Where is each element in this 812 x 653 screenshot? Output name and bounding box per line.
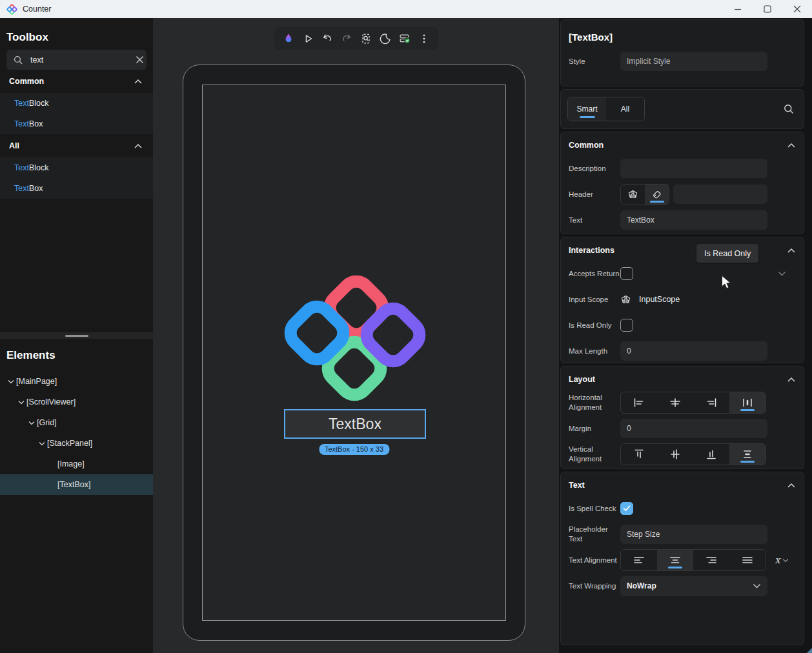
chevron-down-icon[interactable] bbox=[36, 441, 47, 446]
hot-reload-flame-icon[interactable] bbox=[279, 30, 298, 48]
canvas-textbox-element[interactable]: TextBox bbox=[284, 409, 426, 439]
valign-top-icon[interactable] bbox=[621, 444, 657, 465]
active-toggle-indicator bbox=[740, 409, 755, 411]
tree-item-scrollviewer[interactable]: [ScrollViewer] bbox=[0, 392, 153, 412]
halign-left-icon[interactable] bbox=[621, 392, 657, 413]
halign-center-icon[interactable] bbox=[657, 392, 693, 413]
valign-center-icon[interactable] bbox=[657, 444, 693, 465]
resize-grip[interactable] bbox=[807, 648, 812, 653]
toolbox-search[interactable] bbox=[6, 50, 147, 70]
splitter-handle[interactable] bbox=[65, 335, 88, 337]
clear-x-icon: x bbox=[775, 554, 780, 566]
tag-icon bbox=[651, 189, 662, 200]
design-canvas[interactable]: TextBox TextBox - 150 x 33 bbox=[153, 18, 559, 653]
tree-item-image[interactable]: [Image] bbox=[0, 454, 153, 474]
description-input[interactable] bbox=[620, 159, 767, 178]
header-input[interactable] bbox=[673, 185, 767, 204]
search-icon bbox=[13, 55, 23, 65]
toolbox-item-textblock[interactable]: TextBlock bbox=[0, 157, 153, 178]
chevron-up-icon[interactable] bbox=[134, 79, 143, 85]
style-label: Style bbox=[569, 57, 620, 66]
mouse-cursor bbox=[721, 275, 735, 290]
left-sidebar: Toolbox Common TextBlock TextBox bbox=[0, 18, 153, 653]
binding-nodes-icon[interactable] bbox=[620, 294, 631, 305]
max-length-input[interactable] bbox=[620, 341, 767, 361]
uno-logo-image[interactable] bbox=[280, 259, 429, 408]
tree-item-textbox[interactable]: [TextBox] bbox=[0, 474, 153, 495]
undo-icon[interactable] bbox=[318, 30, 336, 48]
tree-item-mainpage[interactable]: [MainPage] bbox=[0, 371, 153, 392]
minimize-button[interactable] bbox=[723, 0, 753, 18]
maximize-button[interactable] bbox=[753, 0, 782, 18]
tree-item-stackpanel[interactable]: [StackPanel] bbox=[0, 433, 153, 454]
header-binding-toggle[interactable] bbox=[621, 185, 645, 205]
dark-theme-moon-icon[interactable] bbox=[376, 30, 394, 48]
chevron-down-icon[interactable] bbox=[26, 421, 37, 425]
common-section-title: Common bbox=[569, 141, 604, 150]
is-spell-check-checkbox[interactable] bbox=[620, 502, 633, 515]
changes-applied-icon[interactable] bbox=[396, 30, 414, 48]
text-align-justify-icon[interactable] bbox=[729, 550, 766, 570]
toolbox-section-all[interactable]: All bbox=[0, 134, 153, 157]
text-align-center-icon[interactable] bbox=[657, 550, 693, 570]
selected-element-title: [TextBox] bbox=[569, 20, 796, 43]
accepts-return-label: Accepts Return bbox=[569, 269, 620, 279]
chevron-down-icon bbox=[753, 583, 761, 588]
collapse-chevron-up-icon[interactable] bbox=[787, 483, 796, 488]
toolbox-section-common[interactable]: Common bbox=[0, 70, 153, 93]
properties-panel: [TextBox] Style Smart All bbox=[559, 18, 812, 653]
tooltip: Is Read Only bbox=[696, 244, 758, 263]
tree-item-grid[interactable]: [Grid] bbox=[0, 412, 153, 433]
chevron-up-icon[interactable] bbox=[134, 143, 143, 149]
redo-icon[interactable] bbox=[338, 30, 356, 48]
tab-smart[interactable]: Smart bbox=[568, 97, 606, 121]
inspect-element-icon[interactable] bbox=[357, 30, 375, 48]
tab-all[interactable]: All bbox=[606, 97, 644, 121]
binding-nodes-icon bbox=[627, 189, 638, 200]
text-align-left-icon[interactable] bbox=[621, 550, 657, 570]
valign-stretch-icon[interactable] bbox=[729, 444, 766, 465]
text-input[interactable] bbox=[620, 210, 767, 230]
toolbox-title: Toolbox bbox=[0, 18, 153, 44]
horizontal-alignment-label: Horizontal Alignment bbox=[569, 393, 620, 412]
is-spell-check-label: Is Spell Check bbox=[569, 504, 620, 514]
halign-stretch-icon[interactable] bbox=[729, 392, 766, 413]
accepts-return-checkbox[interactable] bbox=[620, 267, 633, 280]
device-screen[interactable]: TextBox TextBox - 150 x 33 bbox=[202, 85, 506, 621]
panel-splitter[interactable] bbox=[0, 332, 153, 339]
text-wrapping-dropdown[interactable]: NoWrap bbox=[620, 576, 767, 596]
text-section-title: Text bbox=[569, 481, 585, 490]
chevron-down-icon[interactable] bbox=[778, 271, 786, 276]
valign-bottom-icon[interactable] bbox=[693, 444, 729, 465]
text-label: Text bbox=[569, 216, 620, 225]
chevron-down-icon[interactable] bbox=[5, 379, 16, 384]
properties-search-icon[interactable] bbox=[783, 103, 795, 115]
toolbox-search-input[interactable] bbox=[29, 55, 136, 65]
style-input[interactable] bbox=[620, 52, 767, 71]
app-logo-icon bbox=[6, 4, 17, 15]
close-button[interactable] bbox=[782, 0, 812, 18]
toolbox-item-textblock[interactable]: TextBlock bbox=[0, 93, 153, 114]
toolbox-item-textbox[interactable]: TextBox bbox=[0, 178, 153, 199]
header-value-toggle[interactable] bbox=[645, 185, 669, 205]
vertical-alignment-label: Vertical Alignment bbox=[569, 445, 620, 464]
elements-panel: Elements [MainPage] [ScrollViewer] [Grid… bbox=[0, 339, 153, 653]
collapse-chevron-up-icon[interactable] bbox=[787, 248, 796, 254]
halign-right-icon[interactable] bbox=[693, 392, 729, 413]
placeholder-text-input[interactable] bbox=[620, 525, 767, 544]
collapse-chevron-up-icon[interactable] bbox=[787, 143, 796, 148]
is-read-only-label: Is Read Only bbox=[569, 321, 620, 330]
play-icon[interactable] bbox=[299, 30, 317, 48]
clear-value-control[interactable]: x bbox=[767, 554, 796, 566]
input-scope-value[interactable]: InputScope bbox=[639, 295, 680, 304]
more-options-icon[interactable] bbox=[415, 30, 433, 48]
chevron-down-icon[interactable] bbox=[15, 400, 26, 405]
clear-search-icon[interactable] bbox=[136, 55, 144, 64]
selection-header-card: [TextBox] Style bbox=[560, 19, 804, 86]
toolbox-item-textbox[interactable]: TextBox bbox=[0, 114, 153, 134]
is-read-only-checkbox[interactable] bbox=[620, 319, 633, 332]
collapse-chevron-up-icon[interactable] bbox=[787, 377, 796, 383]
margin-input[interactable] bbox=[620, 419, 767, 438]
layout-section: Layout Horizontal Alignment bbox=[560, 366, 804, 469]
text-align-right-icon[interactable] bbox=[693, 550, 729, 570]
